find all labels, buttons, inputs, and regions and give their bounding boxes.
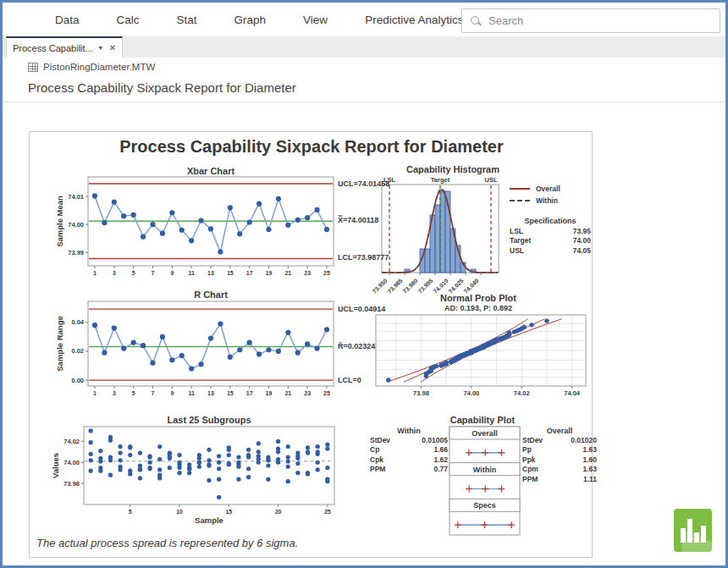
xbar-center-label: X̿=74.00118: [338, 216, 378, 224]
svg-text:20: 20: [275, 509, 282, 515]
specifications-block: Specifications LSL73.95 Target74.00 USL7…: [510, 217, 591, 256]
svg-text:74.040: 74.040: [463, 278, 480, 295]
svg-text:15: 15: [225, 509, 232, 515]
histogram-title: Capability Histogram: [372, 164, 533, 174]
svg-text:Values: Values: [51, 453, 60, 478]
svg-text:13: 13: [207, 270, 214, 276]
svg-text:5: 5: [129, 509, 132, 515]
worksheet-row: PistonRingDiameter.MTW: [28, 62, 155, 72]
overall-stats: Overall StDev0.01020 Pp1.63 Ppk1.60 Cpm1…: [522, 427, 597, 484]
svg-text:74.00: 74.00: [68, 221, 84, 229]
svg-text:3: 3: [113, 390, 116, 396]
svg-text:74.00: 74.00: [463, 389, 479, 397]
svg-text:Specs: Specs: [473, 501, 496, 510]
tab-label: Process Capabilit...: [13, 43, 93, 53]
menu-data[interactable]: Data: [55, 14, 80, 26]
svg-text:25: 25: [323, 270, 330, 276]
svg-text:Within: Within: [473, 466, 496, 474]
svg-text:74.02: 74.02: [63, 438, 80, 445]
svg-text:74.01: 74.01: [68, 193, 84, 201]
within-stats: Within StDev0.01005 Cp1.66 Cpk1.62 PPM0.…: [370, 427, 448, 475]
svg-text:17: 17: [246, 270, 253, 276]
page-title: Process Capability Sixpack Report for Di…: [28, 80, 296, 95]
svg-text:9: 9: [170, 270, 174, 276]
legend-within-label: Within: [536, 196, 558, 205]
worksheet-name[interactable]: PistonRingDiameter.MTW: [43, 62, 155, 72]
svg-text:Overall: Overall: [472, 429, 498, 438]
xbar-lcl-label: LCL=73.98777: [338, 253, 389, 262]
svg-text:73.98: 73.98: [413, 389, 429, 397]
svg-text:17: 17: [246, 390, 253, 396]
xbar-ucl-label: UCL=74.01458: [338, 179, 389, 188]
svg-text:74.04: 74.04: [564, 389, 581, 397]
svg-text:0.00: 0.00: [71, 377, 84, 384]
svg-text:7: 7: [152, 270, 155, 276]
prob-plot-subtitle: AD: 0.193, P: 0.892: [364, 304, 593, 312]
prob-plot-title: Normal Prob Plot: [364, 293, 593, 303]
svg-text:13: 13: [207, 390, 214, 396]
report-footer-note: The actual process spread is represented…: [36, 537, 298, 549]
svg-text:1: 1: [93, 270, 97, 276]
svg-text:15: 15: [227, 270, 234, 276]
svg-text:21: 21: [284, 390, 291, 396]
search-placeholder: Search: [488, 14, 523, 27]
svg-text:5: 5: [132, 390, 135, 396]
divider: [3, 102, 725, 102]
svg-text:73.98: 73.98: [63, 480, 80, 488]
within-line-icon: [510, 200, 530, 201]
chevron-down-icon[interactable]: ▾: [99, 44, 102, 52]
search-icon: [470, 15, 482, 27]
svg-text:23: 23: [304, 390, 311, 396]
r-center-label: R̄=0.02324: [338, 342, 375, 350]
svg-text:11: 11: [188, 390, 195, 396]
svg-text:74.00: 74.00: [63, 459, 80, 466]
svg-text:73.980: 73.980: [402, 278, 419, 295]
subgroups-title: Last 25 Subgroups: [80, 415, 338, 425]
worksheet-grid-icon: [28, 63, 38, 72]
svg-text:21: 21: [284, 270, 291, 276]
tab-strip: Process Capabilit... ▾ ✕: [3, 36, 725, 58]
tab-process-capability[interactable]: Process Capabilit... ▾ ✕: [6, 36, 123, 58]
minitab-app-icon[interactable]: [674, 509, 712, 552]
report-canvas: 73.9974.0074.01135791113151719212325Samp…: [30, 132, 592, 557]
svg-text:Sample Mean: Sample Mean: [55, 196, 64, 247]
svg-text:15: 15: [227, 390, 234, 396]
svg-text:25: 25: [324, 509, 331, 515]
svg-text:23: 23: [304, 270, 311, 276]
svg-text:25: 25: [323, 390, 330, 396]
svg-text:Sample Range: Sample Range: [55, 316, 64, 371]
menu-graph[interactable]: Graph: [234, 14, 267, 26]
svg-text:19: 19: [266, 390, 273, 396]
svg-text:0.04: 0.04: [71, 318, 84, 326]
specifications-header: Specifications: [510, 217, 591, 225]
overall-line-icon: [510, 188, 530, 190]
r-chart-title: R Chart: [84, 290, 338, 300]
subgroups-xlabel: Sample: [84, 516, 334, 525]
svg-text:USL: USL: [485, 176, 498, 184]
svg-text:73.965: 73.965: [387, 278, 404, 295]
histogram-legend: Overall Within: [510, 185, 591, 208]
svg-text:73.950: 73.950: [372, 278, 389, 295]
svg-text:74.02: 74.02: [514, 389, 530, 397]
svg-text:73.99: 73.99: [68, 249, 84, 256]
menu-view[interactable]: View: [303, 14, 328, 26]
svg-text:0.02: 0.02: [71, 347, 84, 355]
svg-text:10: 10: [176, 509, 183, 515]
menu-calc[interactable]: Calc: [117, 14, 140, 26]
svg-text:74.010: 74.010: [433, 278, 449, 295]
svg-text:Target: Target: [431, 176, 450, 184]
svg-text:74.025: 74.025: [448, 278, 465, 295]
minitab-window: Data Calc Stat Graph View Predictive Ana…: [0, 0, 728, 568]
svg-text:7: 7: [152, 390, 155, 396]
sixpack-report: 73.9974.0074.01135791113151719212325Samp…: [29, 131, 593, 558]
svg-text:11: 11: [188, 270, 195, 276]
report-title: Process Capability Sixpack Report for Di…: [30, 137, 593, 157]
svg-text:3: 3: [113, 270, 116, 276]
menu-stat[interactable]: Stat: [177, 14, 197, 26]
search-input[interactable]: Search: [461, 8, 720, 33]
svg-text:5: 5: [132, 270, 135, 276]
close-icon[interactable]: ✕: [109, 43, 116, 52]
svg-text:1: 1: [93, 390, 97, 396]
r-lcl-label: LCL=0: [338, 376, 361, 384]
bar-chart-icon: [681, 519, 708, 543]
